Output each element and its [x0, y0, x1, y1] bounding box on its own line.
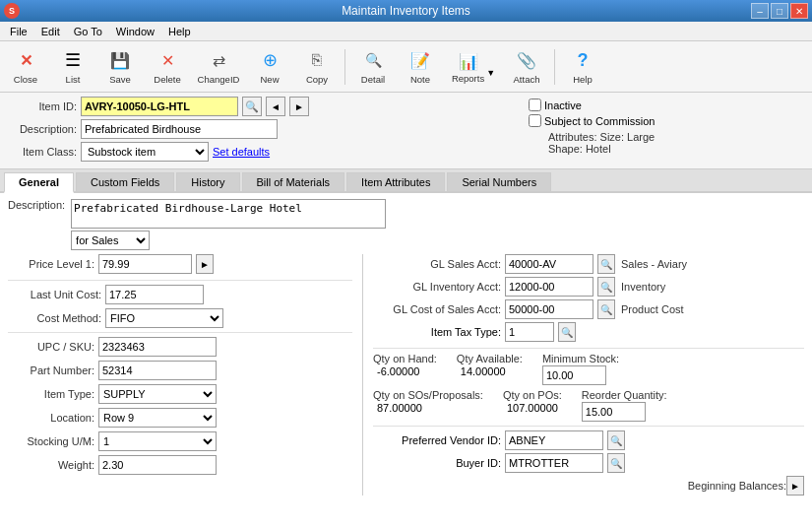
tab-serial-numbers[interactable]: Serial Numbers	[447, 172, 551, 191]
delete-button[interactable]: ✕ Delete	[146, 45, 189, 89]
window-close-button[interactable]: ✕	[790, 3, 808, 19]
subject-commission-checkbox[interactable]	[529, 114, 541, 127]
min-stock-input[interactable]	[542, 365, 606, 385]
price-level-arrow-button[interactable]: ►	[196, 254, 214, 274]
tab-general[interactable]: General	[4, 172, 74, 193]
beginning-balances-row: Beginning Balances: ►	[373, 476, 804, 496]
gl-inventory-acct-input[interactable]	[505, 277, 593, 297]
location-label: Location:	[8, 412, 94, 424]
description-textarea[interactable]: Prefabricated Birdhouse-Large Hotel	[71, 199, 386, 229]
detail-icon: 🔍	[361, 48, 385, 72]
gl-inventory-acct-label: GL Inventory Acct:	[373, 281, 501, 293]
tab-custom-fields[interactable]: Custom Fields	[76, 172, 174, 191]
title-bar-controls: – □ ✕	[751, 3, 808, 19]
help-button[interactable]: ? Help	[561, 45, 604, 89]
gl-cost-sales-acct-label: GL Cost of Sales Acct:	[373, 303, 501, 315]
weight-input[interactable]	[98, 455, 217, 475]
description-input[interactable]	[81, 119, 278, 139]
tab-history[interactable]: History	[176, 172, 239, 191]
list-icon: ☰	[61, 48, 85, 72]
menu-file[interactable]: File	[4, 25, 33, 38]
buyer-id-label: Buyer ID:	[373, 457, 501, 469]
qty-on-hand-label: Qty on Hand:	[373, 353, 437, 364]
changeid-button[interactable]: ⇄ ChangeID	[193, 45, 244, 89]
window-title: Maintain Inventory Items	[342, 4, 470, 18]
qty-so-proposals-value: 87.00000	[373, 402, 483, 414]
new-button[interactable]: ⊕ New	[248, 45, 291, 89]
item-tax-type-label: Item Tax Type:	[373, 326, 501, 338]
divider-right-2	[373, 426, 804, 427]
cost-method-select[interactable]: FIFO	[105, 308, 223, 328]
gl-inventory-acct-desc: Inventory	[621, 281, 665, 293]
gl-sales-acct-label: GL Sales Acct:	[373, 258, 501, 270]
minimize-button[interactable]: –	[751, 3, 769, 19]
qty-on-pos-label: Qty on POs:	[503, 389, 562, 401]
stocking-um-select[interactable]: 1	[98, 431, 217, 451]
menu-edit[interactable]: Edit	[35, 25, 66, 38]
reorder-qty-input[interactable]	[582, 402, 646, 422]
gl-cost-sales-acct-desc: Product Cost	[621, 303, 684, 315]
reports-button[interactable]: 📊 Reports ▼	[446, 45, 501, 89]
price-level-input[interactable]	[98, 254, 192, 274]
gl-sales-acct-desc: Sales - Aviary	[621, 258, 687, 270]
location-select[interactable]: Row 9	[98, 408, 217, 428]
tabs-container: General Custom Fields History Bill of Ma…	[0, 169, 812, 193]
qty-so-proposals-label: Qty on SOs/Proposals:	[373, 389, 483, 401]
part-number-input[interactable]	[98, 361, 217, 380]
detail-button[interactable]: 🔍 Detail	[351, 45, 395, 89]
inactive-checkbox-label[interactable]: Inactive	[529, 99, 582, 111]
item-tax-type-input[interactable]	[505, 322, 554, 342]
item-id-label: Item ID:	[8, 100, 77, 112]
note-icon: 📝	[408, 48, 432, 72]
subject-commission-checkbox-label[interactable]: Subject to Commission	[529, 114, 656, 127]
preferred-vendor-input[interactable]	[505, 430, 603, 450]
close-button[interactable]: ✕ Close	[4, 45, 47, 89]
tab-bill-of-materials[interactable]: Bill of Materials	[242, 172, 345, 191]
for-sales-select[interactable]: for Sales	[71, 231, 150, 250]
last-unit-cost-input[interactable]	[105, 285, 204, 304]
item-tax-type-search-button[interactable]: 🔍	[558, 322, 576, 342]
note-button[interactable]: 📝 Note	[399, 45, 442, 89]
next-item-button[interactable]: ►	[289, 97, 309, 116]
save-button[interactable]: 💾 Save	[98, 45, 142, 89]
qty-available-label: Qty Available:	[457, 353, 523, 364]
buyer-id-input[interactable]	[505, 453, 603, 473]
buyer-id-search-button[interactable]: 🔍	[607, 453, 625, 473]
beginning-balances-button[interactable]: ►	[786, 476, 804, 496]
item-class-select[interactable]: Substock item	[81, 142, 209, 162]
preferred-vendor-search-button[interactable]: 🔍	[607, 430, 625, 450]
main-content: Description: Prefabricated Birdhouse-Lar…	[0, 193, 812, 529]
gl-inventory-search-button[interactable]: 🔍	[597, 277, 615, 297]
toolbar-separator-2	[554, 49, 555, 85]
maximize-button[interactable]: □	[771, 3, 788, 19]
menu-help[interactable]: Help	[162, 25, 197, 38]
close-icon: ✕	[14, 48, 37, 72]
list-button[interactable]: ☰ List	[51, 45, 94, 89]
desc-full-label: Description:	[8, 199, 65, 211]
item-id-search-button[interactable]: 🔍	[242, 97, 262, 116]
upc-sku-label: UPC / SKU:	[8, 341, 94, 353]
prev-item-button[interactable]: ◄	[266, 97, 285, 116]
gl-sales-search-button[interactable]: 🔍	[597, 254, 615, 274]
preferred-vendor-label: Preferred Vendor ID:	[373, 434, 501, 446]
menu-window[interactable]: Window	[110, 25, 160, 38]
form-header: Item ID: 🔍 ◄ ► Description: Item Class: …	[0, 93, 812, 169]
right-column: GL Sales Acct: 🔍 Sales - Aviary GL Inven…	[362, 254, 804, 496]
item-type-select[interactable]: SUPPLY	[98, 384, 217, 404]
set-defaults-link[interactable]: Set defaults	[213, 146, 270, 158]
item-id-input[interactable]	[81, 97, 238, 116]
title-bar: S Maintain Inventory Items – □ ✕	[0, 0, 812, 22]
inactive-checkbox[interactable]	[529, 99, 541, 111]
tab-item-attributes[interactable]: Item Attributes	[346, 172, 445, 191]
menu-bar: File Edit Go To Window Help	[0, 22, 812, 41]
gl-cost-sales-search-button[interactable]: 🔍	[597, 299, 615, 319]
upc-sku-input[interactable]	[98, 337, 217, 357]
attributes-line1: Attributes: Size: Large	[548, 131, 804, 143]
copy-button[interactable]: ⎘ Copy	[295, 45, 339, 89]
gl-sales-acct-input[interactable]	[505, 254, 593, 274]
toolbar: ✕ Close ☰ List 💾 Save ✕ Delete ⇄ ChangeI…	[0, 41, 812, 93]
attach-button[interactable]: 📎 Attach	[505, 45, 548, 89]
gl-cost-sales-acct-input[interactable]	[505, 299, 593, 319]
save-icon: 💾	[108, 48, 132, 72]
menu-goto[interactable]: Go To	[68, 25, 108, 38]
